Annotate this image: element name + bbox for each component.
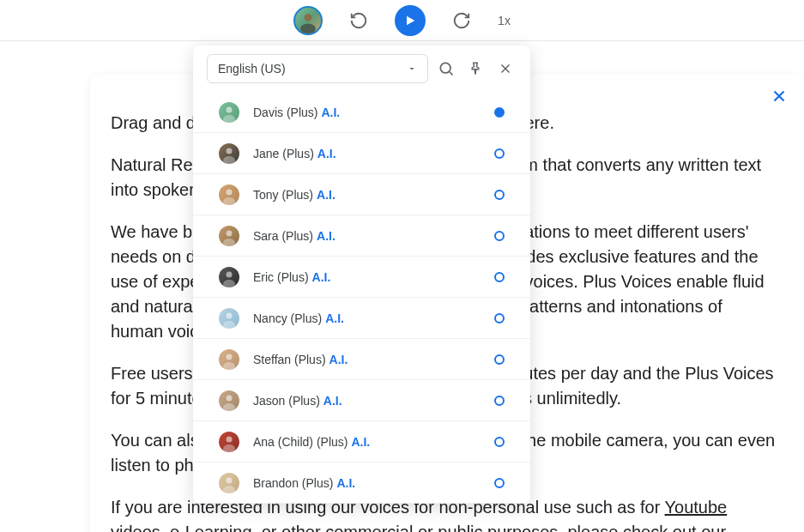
voice-ai-tag: A.I. [325,311,344,325]
voice-avatar [219,390,239,411]
voice-row[interactable]: Brandon (Plus)A.I. [193,462,530,504]
voice-row[interactable]: Tony (Plus)A.I. [193,174,530,215]
voice-row[interactable]: Davis (Plus)A.I. [193,92,530,133]
voice-ai-tag: A.I. [312,270,331,284]
svg-point-6 [440,63,450,73]
svg-point-25 [223,403,235,411]
svg-point-0 [305,14,312,21]
voice-row[interactable]: Jane (Plus)A.I. [193,133,530,174]
svg-point-15 [223,197,235,205]
svg-point-26 [227,436,233,442]
voice-name-label: Steffan (Plus)A.I. [253,353,494,366]
svg-point-11 [223,115,235,123]
voice-row[interactable]: Steffan (Plus)A.I. [193,339,530,380]
voice-avatar [219,143,239,164]
voice-name-label: Eric (Plus)A.I. [253,270,494,284]
voice-radio[interactable] [494,478,505,488]
svg-marker-2 [407,15,414,25]
play-button[interactable] [395,5,426,36]
svg-point-10 [227,106,233,112]
close-panel-icon[interactable] [494,57,517,81]
svg-point-20 [227,312,233,318]
voice-row[interactable]: Nancy (Plus)A.I. [193,298,530,339]
voice-avatar [219,349,239,370]
voice-ai-tag: A.I. [329,353,348,366]
voice-radio[interactable] [494,272,505,282]
voice-ai-tag: A.I. [317,147,336,160]
voice-name-label: Jason (Plus)A.I. [253,394,494,408]
current-voice-avatar[interactable] [293,6,323,35]
voice-avatar [219,308,239,329]
voice-name-label: Ana (Child) (Plus)A.I. [253,435,494,449]
rewind-icon[interactable] [348,10,369,31]
voice-ai-tag: A.I. [317,229,336,243]
voice-panel-header: English (US) [193,45,530,92]
topbar: 1x [0,0,804,41]
voice-ai-tag: A.I. [351,435,370,449]
voice-radio[interactable] [494,354,505,365]
voice-row[interactable]: Ana (Child) (Plus)A.I. [193,421,530,462]
svg-point-22 [227,354,233,360]
youtube-link: Youtube [665,498,728,517]
svg-point-29 [223,486,235,493]
voice-name-label: Nancy (Plus)A.I. [253,311,494,325]
svg-point-21 [223,321,235,329]
svg-point-14 [227,189,233,195]
voice-avatar [219,184,239,205]
close-card-button[interactable] [770,87,789,109]
voice-radio[interactable] [494,231,505,241]
voice-list[interactable]: Davis (Plus)A.I.Jane (Plus)A.I.Tony (Plu… [193,92,530,504]
voice-avatar [219,267,239,287]
voice-name-label: Tony (Plus)A.I. [253,188,494,202]
voice-radio[interactable] [494,190,505,200]
voice-ai-tag: A.I. [321,106,340,119]
language-select-label: English (US) [218,62,286,76]
voice-radio[interactable] [494,437,505,447]
forward-icon[interactable] [451,10,472,31]
voice-radio[interactable] [494,396,505,406]
voice-radio[interactable] [494,313,505,323]
voice-row[interactable]: Jason (Plus)A.I. [193,380,530,421]
svg-line-7 [450,72,453,76]
svg-point-13 [223,156,235,164]
svg-point-28 [227,477,233,483]
voice-selection-panel: English (US) Davis (Plus)A.I.Jane (Plus)… [193,45,530,504]
chevron-down-icon [407,63,417,74]
content-text: videos, e-Learning, or other commercial … [111,523,726,532]
voice-row[interactable]: Sara (Plus)A.I. [193,215,530,257]
voice-name-label: Sara (Plus)A.I. [253,229,494,243]
voice-avatar [219,432,239,452]
voice-row[interactable]: Eric (Plus)A.I. [193,257,530,298]
voice-avatar [219,102,239,123]
pin-icon[interactable] [464,57,487,81]
voice-name-label: Brandon (Plus)A.I. [253,476,494,490]
svg-marker-5 [410,68,414,70]
svg-point-17 [223,239,235,246]
svg-point-19 [223,280,235,287]
search-icon[interactable] [435,57,457,81]
voice-avatar [219,226,239,246]
voice-radio[interactable] [494,107,505,118]
svg-point-24 [227,395,233,401]
svg-point-27 [223,444,235,452]
voice-ai-tag: A.I. [317,188,336,202]
voice-avatar [219,473,239,493]
svg-point-16 [227,230,233,236]
language-select[interactable]: English (US) [207,54,428,83]
speed-display[interactable]: 1x [498,14,511,27]
voice-name-label: Jane (Plus)A.I. [253,147,494,160]
svg-point-1 [300,23,316,33]
voice-name-label: Davis (Plus)A.I. [253,106,494,119]
voice-ai-tag: A.I. [336,476,355,490]
voice-ai-tag: A.I. [323,394,342,408]
svg-point-18 [227,271,233,277]
svg-point-23 [223,362,235,370]
svg-point-12 [227,148,233,154]
voice-radio[interactable] [494,148,505,159]
